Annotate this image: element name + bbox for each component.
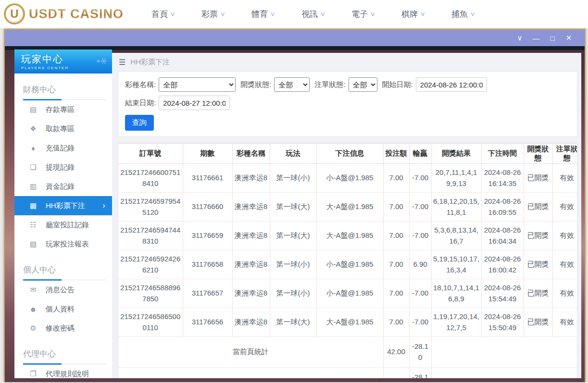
table-row: 215217246594744831031176659澳洲幸运8第一球(大)大-…: [118, 222, 577, 250]
document-icon: ❐: [29, 370, 38, 378]
sidebar-item-HH彩票下注[interactable]: ▦HH彩票下注›: [14, 196, 112, 215]
table-cell: -7.00: [409, 193, 431, 222]
wallet-icon: ❏: [29, 163, 38, 172]
sidebar-item-label: HH彩票下注: [46, 201, 85, 210]
sidebar-item-存款專區[interactable]: ▤存款專區: [14, 100, 112, 119]
maximize-icon[interactable]: □: [544, 34, 561, 42]
summary-empty: [431, 337, 577, 368]
chevron-right-icon: ›: [102, 201, 105, 210]
table-cell: 20,7,11,1,4,19,9,13: [431, 164, 481, 193]
summary-row: 當前頁統計42.00-28.10: [118, 337, 577, 368]
minimize-icon[interactable]: —: [528, 34, 544, 42]
column-header-投注額: 投注額: [383, 144, 409, 164]
nav-item-label: 電子: [351, 9, 368, 20]
sidebar-item-label: 消息公告: [46, 285, 75, 295]
window-body: 玩家中心 PLAYERS CENTER 🞄⚹ 財務中心▤存款專區❖取款專區♦充值…: [5, 46, 585, 382]
nav-item-彩票[interactable]: 彩票∨: [201, 9, 251, 20]
summary-label: 當前頁統計: [118, 337, 383, 368]
sidebar-item-個人資料[interactable]: ☻個人資料: [14, 299, 112, 319]
bets-table: 訂單號期數彩種名稱玩法下注信息投注額輸贏開獎結果下注時間開獎狀態注單狀態 215…: [118, 143, 577, 378]
end-date-input[interactable]: [159, 96, 230, 110]
nav-item-捕魚[interactable]: 捕魚∨: [451, 9, 501, 20]
table-cell: 大-A盤@1.985: [316, 308, 383, 337]
table-cell: 7.00: [383, 164, 409, 193]
sidebar-item-修改密碼[interactable]: ⚙修改密碼: [14, 319, 112, 338]
start-date-input-label: 開始日期:: [382, 80, 413, 89]
bet-status-select[interactable]: 全部: [349, 77, 377, 92]
deposit-card-icon: ▤: [29, 105, 38, 114]
table-cell: 已開獎: [524, 193, 552, 222]
funds-record-icon: ▥: [29, 182, 38, 191]
table-cell: 澳洲幸运8: [232, 222, 270, 250]
site-logo[interactable]: U USDT CASINO: [4, 3, 124, 25]
sidebar-item-取款專區[interactable]: ❖取款專區: [14, 119, 112, 138]
table-cell: 有效: [552, 164, 577, 193]
table-cell: 澳洲幸运8: [232, 193, 270, 222]
table-cell: 有效: [552, 279, 577, 308]
breadcrumb-label: HH彩票下注: [130, 58, 170, 67]
bet-status-select-group: 注單狀態:全部: [314, 77, 377, 92]
sidebar-item-廳室投註記錄[interactable]: ☷廳室投註記錄: [14, 215, 112, 235]
close-icon[interactable]: ✕: [561, 34, 577, 42]
table-cell: 2152172465888967850: [118, 279, 183, 308]
table-cell: -7.00: [409, 308, 431, 337]
filter-panel: 彩種名稱:全部開獎狀態:全部注單狀態:全部開始日期:結束日期: 查詢: [118, 71, 577, 137]
column-header-輸贏: 輸贏: [409, 144, 431, 164]
table-cell: 小-A盤@1.985: [316, 164, 383, 193]
sidebar-section-label: 財務中心: [14, 80, 112, 100]
table-cell: 2152172465865000110: [118, 308, 183, 337]
end-date-input-label: 結束日期:: [125, 99, 156, 108]
draw-status-select[interactable]: 全部: [274, 77, 310, 92]
table-cell: 已開獎: [524, 279, 552, 308]
sidebar-item-玩家投注報表[interactable]: ▧玩家投注報表: [14, 235, 112, 254]
table-cell: 31176659: [183, 222, 232, 250]
nav-item-視訊[interactable]: 視訊∨: [301, 9, 351, 20]
sidebar-section: 個人中心✉消息公告☻個人資料⚙修改密碼: [14, 260, 112, 338]
column-header-下注時間: 下注時間: [481, 144, 524, 164]
search-button[interactable]: 查詢: [125, 115, 154, 131]
table-cell: 31176657: [183, 279, 232, 308]
nav-item-體育[interactable]: 體育∨: [251, 9, 301, 20]
nav-item-棋牌[interactable]: 棋牌∨: [401, 9, 451, 20]
sidebar-item-label: 存款專區: [46, 105, 75, 114]
logo-text: USDT CASINO: [29, 7, 124, 22]
sidebar-item-代理規則說明[interactable]: ❐代理規則說明: [14, 364, 112, 378]
table-row: 215217246600751841031176661澳洲幸运8第一球(小)小-…: [118, 164, 577, 193]
sidebar-item-label: 修改密碼: [46, 324, 75, 333]
nav-item-首頁[interactable]: 首頁∨: [151, 9, 201, 20]
chevron-down-icon: ∨: [270, 11, 275, 17]
table-cell: 2152172466007518410: [118, 164, 183, 193]
column-header-彩種名稱: 彩種名稱: [232, 144, 270, 164]
table-cell: 2152172465947448310: [118, 222, 183, 250]
collapse-icon[interactable]: ∨: [512, 34, 528, 42]
column-header-開獎狀態: 開獎狀態: [524, 144, 552, 164]
chevron-down-icon: ∨: [370, 11, 375, 17]
lottery-name-select[interactable]: 全部: [159, 77, 236, 92]
summary-empty: [431, 368, 577, 379]
sidebar-item-資金記錄[interactable]: ▥資金記錄: [14, 177, 112, 196]
gamepad-icon: 🞄⚹: [97, 53, 107, 67]
table-cell: 澳洲幸运8: [232, 308, 270, 337]
sidebar-item-充值記錄[interactable]: ♦充值記錄: [14, 138, 112, 158]
table-cell: 2024-08-26 16:00:42: [481, 250, 524, 279]
start-date-input[interactable]: [416, 77, 487, 92]
start-date-input-group: 開始日期:: [382, 77, 487, 92]
table-cell: 2024-08-26 15:50:49: [481, 308, 524, 337]
hamburger-icon[interactable]: ☰: [119, 58, 125, 67]
column-header-下注信息: 下注信息: [316, 144, 383, 164]
table-row: 215217246597954512031176660澳洲幸运8第一球(大)大-…: [118, 193, 577, 222]
nav-item-label: 視訊: [301, 9, 318, 20]
nav-item-label: 捕魚: [451, 9, 468, 20]
column-header-訂單號: 訂單號: [118, 144, 183, 164]
sidebar-item-提現記錄[interactable]: ❏提現記錄: [14, 158, 112, 177]
nav-item-電子[interactable]: 電子∨: [351, 9, 401, 20]
sidebar-item-消息公告[interactable]: ✉消息公告: [14, 280, 112, 299]
table-row: 215217246588896785031176657澳洲幸运8第一球(小)小-…: [118, 279, 577, 308]
table-cell: 7.00: [383, 279, 409, 308]
end-date-input-group: 結束日期:: [125, 96, 230, 110]
sidebar-item-label: 提現記錄: [46, 163, 75, 172]
breadcrumb: ☰ HH彩票下注: [112, 53, 581, 71]
withdraw-hand-icon: ❖: [29, 124, 38, 133]
table-cell: 已開獎: [524, 164, 552, 193]
column-header-期數: 期數: [183, 144, 232, 164]
